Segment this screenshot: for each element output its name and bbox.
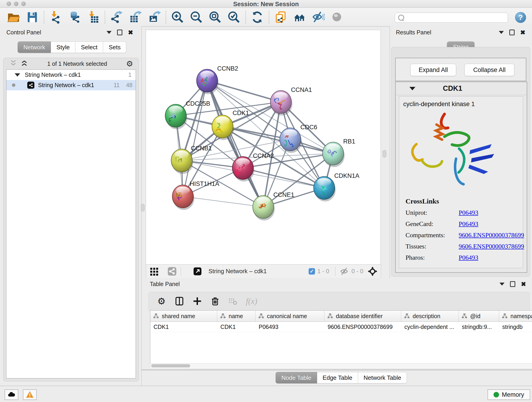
zoom-in-icon[interactable] bbox=[171, 11, 184, 24]
float-panel-icon[interactable] bbox=[510, 281, 515, 287]
memory-button[interactable]: Memory bbox=[488, 389, 530, 400]
detach-view-icon[interactable] bbox=[192, 266, 203, 276]
save-session-icon[interactable] bbox=[26, 11, 39, 24]
table-row[interactable]: CDK1CDK1P064939606.ENSP00000378699cyclin… bbox=[150, 322, 532, 332]
table-cell[interactable]: P06493 bbox=[255, 322, 324, 332]
tab-style[interactable]: Style bbox=[51, 41, 75, 53]
hide-selected-icon[interactable] bbox=[312, 11, 325, 24]
crosslink-value-link[interactable]: P06493 bbox=[459, 209, 478, 216]
export-network-icon[interactable] bbox=[110, 11, 123, 24]
tab-node-table[interactable]: Node Table bbox=[276, 372, 317, 383]
first-neighbors-icon[interactable] bbox=[293, 11, 306, 24]
close-panel-icon[interactable]: ✖ bbox=[520, 30, 525, 35]
crosslink-value-link[interactable]: 9606.ENSP00000378699 bbox=[459, 243, 524, 250]
gene-collapse-icon[interactable] bbox=[409, 87, 415, 90]
scrollbar-thumb[interactable] bbox=[151, 364, 190, 367]
collapse-all-networks-icon[interactable] bbox=[9, 60, 17, 68]
tab-network-table[interactable]: Network Table bbox=[358, 372, 407, 383]
column-header-description[interactable]: description bbox=[401, 311, 459, 322]
network-edge[interactable] bbox=[183, 81, 207, 196]
panel-menu-icon[interactable] bbox=[499, 31, 504, 34]
network-node[interactable]: CDKN1A bbox=[314, 172, 360, 201]
table-cell[interactable]: stringdb:9... bbox=[459, 322, 499, 332]
network-node[interactable]: RB1 bbox=[323, 138, 355, 167]
title-bar: Session: New Session bbox=[0, 0, 532, 8]
table-horizontal-scrollbar[interactable] bbox=[150, 363, 532, 369]
panel-menu-icon[interactable] bbox=[500, 283, 505, 286]
toolbar-separator bbox=[105, 11, 105, 24]
open-session-icon[interactable] bbox=[7, 11, 20, 24]
delete-column-icon[interactable] bbox=[210, 296, 220, 306]
network-share-icon[interactable] bbox=[167, 266, 177, 276]
collapse-all-button[interactable]: Collapse All bbox=[464, 64, 514, 76]
collection-expander-icon[interactable] bbox=[15, 73, 20, 77]
network-view-toolbar: String Network – cdk1 ✓ 1 - 0 0 - 0 bbox=[146, 264, 381, 278]
table-cell[interactable]: 9606.ENSP00000378699 bbox=[324, 322, 401, 332]
table-cell[interactable]: cyclin-dependent ... bbox=[401, 322, 459, 332]
control-panel-tabs: NetworkStyleSelectSets bbox=[18, 41, 126, 53]
table-cell[interactable]: stringdb bbox=[499, 322, 532, 332]
node-gloss bbox=[283, 129, 298, 137]
column-header-namespace[interactable]: namespace bbox=[499, 311, 532, 322]
crosslink-value-link[interactable]: 9606.ENSP00000378699 bbox=[459, 231, 524, 239]
crosslink-value-link[interactable]: P06493 bbox=[459, 220, 478, 228]
network-graph[interactable]: CCNB2CCNA1CDC25BCDK1CDC6RB1CCNB1CCNA2CDK… bbox=[146, 30, 380, 264]
network-collection-row[interactable]: String Network – cdk1 1 bbox=[6, 70, 136, 80]
left-splitter-handle[interactable] bbox=[141, 204, 145, 211]
zoom-out-icon[interactable] bbox=[190, 11, 203, 24]
column-header-canonical-name[interactable]: canonical name bbox=[255, 311, 324, 322]
warning-status-button[interactable] bbox=[23, 389, 37, 400]
network-node[interactable]: CCNE1 bbox=[253, 191, 294, 220]
search-field[interactable] bbox=[395, 13, 508, 23]
export-image-icon[interactable] bbox=[148, 11, 161, 24]
help-button[interactable]: ? bbox=[515, 12, 526, 23]
refresh-layout-icon[interactable] bbox=[251, 11, 264, 24]
import-network-file-icon[interactable] bbox=[49, 11, 62, 24]
expand-all-button[interactable]: Expand All bbox=[410, 64, 456, 76]
node-table[interactable]: shared namenamecanonical namedatabase id… bbox=[150, 310, 532, 364]
panel-menu-icon[interactable] bbox=[107, 31, 112, 34]
import-network-database-icon[interactable] bbox=[68, 11, 81, 24]
table-cell[interactable]: CDK1 bbox=[217, 322, 255, 332]
add-column-icon[interactable] bbox=[192, 296, 202, 306]
close-panel-icon[interactable]: ✖ bbox=[128, 30, 133, 35]
column-header--id[interactable]: @id bbox=[459, 311, 499, 322]
search-input[interactable] bbox=[406, 14, 505, 21]
crosslink-value-link[interactable]: P06493 bbox=[459, 254, 478, 261]
table-cell[interactable]: CDK1 bbox=[150, 322, 217, 332]
zoom-selected-icon[interactable] bbox=[228, 11, 240, 24]
right-splitter-handle[interactable] bbox=[383, 150, 386, 157]
tab-sets[interactable]: Sets bbox=[103, 41, 126, 53]
tab-network[interactable]: Network bbox=[18, 41, 51, 53]
network-edge[interactable] bbox=[183, 196, 263, 207]
grid-view-icon[interactable] bbox=[149, 266, 159, 276]
expand-all-networks-icon[interactable] bbox=[20, 60, 28, 68]
table-options-gear-icon[interactable]: ⚙ bbox=[157, 296, 167, 306]
import-table-file-icon[interactable] bbox=[87, 11, 100, 24]
float-panel-icon[interactable] bbox=[117, 30, 122, 35]
network-node[interactable]: HIST1H1A bbox=[172, 180, 219, 210]
show-all-icon[interactable] bbox=[331, 11, 343, 24]
network-view-canvas[interactable]: CCNB2CCNA1CDC25BCDK1CDC6RB1CCNB1CCNA2CDK… bbox=[146, 30, 381, 264]
zoom-fit-icon[interactable] bbox=[209, 11, 222, 24]
selected-nodes-checkbox[interactable]: ✓ bbox=[309, 268, 315, 274]
crosslink-label: Uniprot: bbox=[405, 209, 459, 216]
network-edge[interactable] bbox=[207, 81, 263, 207]
close-panel-icon[interactable]: ✖ bbox=[521, 282, 526, 287]
network-row[interactable]: String Network – cdk1 11 48 bbox=[6, 80, 136, 90]
export-table-icon[interactable] bbox=[129, 11, 142, 24]
show-columns-icon[interactable] bbox=[174, 296, 184, 306]
new-network-from-selection-icon[interactable] bbox=[274, 11, 287, 24]
tab-edge-table[interactable]: Edge Table bbox=[317, 372, 358, 383]
tab-select[interactable]: Select bbox=[75, 41, 103, 53]
column-header-name[interactable]: name bbox=[217, 311, 255, 322]
column-label: @id bbox=[470, 313, 481, 319]
column-header-shared-name[interactable]: shared name bbox=[150, 311, 217, 322]
column-header-database-identifier[interactable]: database identifier bbox=[324, 311, 401, 322]
network-node[interactable]: CCNA1 bbox=[270, 86, 312, 115]
float-panel-icon[interactable] bbox=[509, 30, 515, 35]
fit-selection-target-icon[interactable] bbox=[367, 266, 378, 276]
node-label: CDK1 bbox=[233, 109, 249, 116]
network-options-gear-icon[interactable]: ⚙ bbox=[126, 59, 133, 68]
cloud-status-button[interactable] bbox=[5, 389, 18, 400]
